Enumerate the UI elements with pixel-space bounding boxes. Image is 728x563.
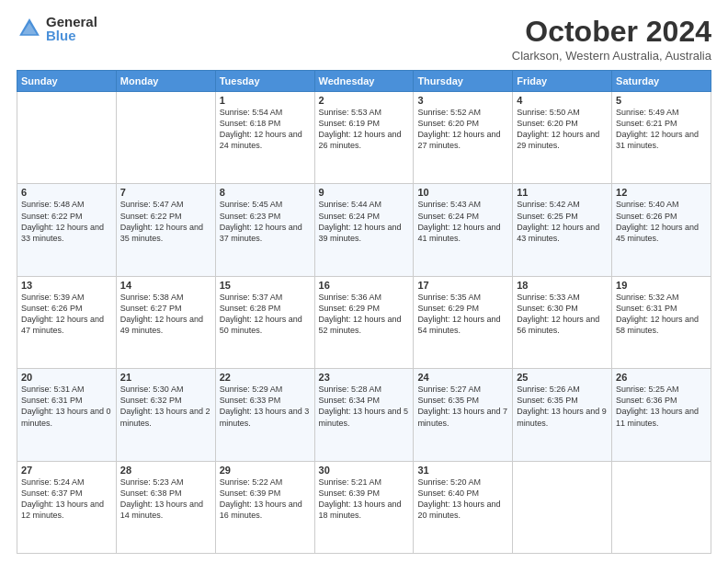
day-info: Sunrise: 5:31 AM Sunset: 6:31 PM Dayligh…: [21, 384, 112, 429]
calendar-cell: 16Sunrise: 5:36 AM Sunset: 6:29 PM Dayli…: [314, 276, 414, 368]
logo-icon: [17, 16, 42, 41]
title-month: October 2024: [512, 15, 711, 49]
calendar-week-row: 27Sunrise: 5:24 AM Sunset: 6:37 PM Dayli…: [17, 461, 711, 553]
day-info: Sunrise: 5:27 AM Sunset: 6:35 PM Dayligh…: [417, 384, 508, 429]
calendar-cell: 26Sunrise: 5:25 AM Sunset: 6:36 PM Dayli…: [612, 369, 711, 461]
calendar-week-row: 13Sunrise: 5:39 AM Sunset: 6:26 PM Dayli…: [17, 276, 711, 368]
day-number: 29: [220, 465, 311, 476]
day-info: Sunrise: 5:39 AM Sunset: 6:26 PM Dayligh…: [21, 292, 112, 337]
day-number: 4: [517, 95, 608, 106]
calendar-day-header: Sunday: [17, 71, 117, 92]
day-info: Sunrise: 5:52 AM Sunset: 6:20 PM Dayligh…: [417, 107, 508, 152]
day-number: 7: [120, 187, 211, 198]
calendar-cell: 7Sunrise: 5:47 AM Sunset: 6:22 PM Daylig…: [116, 184, 215, 276]
calendar-cell: 2Sunrise: 5:53 AM Sunset: 6:19 PM Daylig…: [314, 92, 414, 184]
calendar-cell: 18Sunrise: 5:33 AM Sunset: 6:30 PM Dayli…: [513, 276, 612, 368]
day-info: Sunrise: 5:45 AM Sunset: 6:23 PM Dayligh…: [220, 199, 311, 244]
calendar-cell: [513, 461, 612, 553]
calendar-cell: 24Sunrise: 5:27 AM Sunset: 6:35 PM Dayli…: [414, 369, 513, 461]
day-number: 16: [319, 280, 410, 291]
day-number: 23: [319, 372, 410, 383]
calendar-cell: 17Sunrise: 5:35 AM Sunset: 6:29 PM Dayli…: [414, 276, 513, 368]
day-number: 18: [517, 280, 608, 291]
calendar-day-header: Tuesday: [215, 71, 314, 92]
calendar-cell: 6Sunrise: 5:48 AM Sunset: 6:22 PM Daylig…: [17, 184, 117, 276]
day-number: 6: [21, 187, 112, 198]
calendar-cell: 11Sunrise: 5:42 AM Sunset: 6:25 PM Dayli…: [513, 184, 612, 276]
day-info: Sunrise: 5:40 AM Sunset: 6:26 PM Dayligh…: [616, 199, 707, 244]
calendar-week-row: 1Sunrise: 5:54 AM Sunset: 6:18 PM Daylig…: [17, 92, 711, 184]
logo-text: General Blue: [46, 15, 97, 42]
calendar-cell: 10Sunrise: 5:43 AM Sunset: 6:24 PM Dayli…: [414, 184, 513, 276]
day-number: 30: [319, 465, 410, 476]
calendar-cell: 25Sunrise: 5:26 AM Sunset: 6:35 PM Dayli…: [513, 369, 612, 461]
calendar-cell: 4Sunrise: 5:50 AM Sunset: 6:20 PM Daylig…: [513, 92, 612, 184]
day-number: 2: [319, 95, 410, 106]
calendar-cell: 14Sunrise: 5:38 AM Sunset: 6:27 PM Dayli…: [116, 276, 215, 368]
calendar-table: SundayMondayTuesdayWednesdayThursdayFrid…: [17, 70, 711, 554]
day-info: Sunrise: 5:47 AM Sunset: 6:22 PM Dayligh…: [120, 199, 211, 244]
day-number: 19: [616, 280, 707, 291]
day-info: Sunrise: 5:22 AM Sunset: 6:39 PM Dayligh…: [220, 477, 311, 522]
day-number: 31: [417, 465, 508, 476]
day-info: Sunrise: 5:24 AM Sunset: 6:37 PM Dayligh…: [21, 477, 112, 522]
calendar-cell: 19Sunrise: 5:32 AM Sunset: 6:31 PM Dayli…: [612, 276, 711, 368]
calendar-cell: [17, 92, 117, 184]
day-number: 9: [319, 187, 410, 198]
calendar-cell: 13Sunrise: 5:39 AM Sunset: 6:26 PM Dayli…: [17, 276, 117, 368]
calendar-cell: 30Sunrise: 5:21 AM Sunset: 6:39 PM Dayli…: [314, 461, 414, 553]
day-info: Sunrise: 5:50 AM Sunset: 6:20 PM Dayligh…: [517, 107, 608, 152]
logo: General Blue: [17, 15, 97, 42]
day-number: 25: [517, 372, 608, 383]
day-info: Sunrise: 5:20 AM Sunset: 6:40 PM Dayligh…: [417, 477, 508, 522]
calendar-cell: [116, 92, 215, 184]
day-number: 27: [21, 465, 112, 476]
calendar-week-row: 20Sunrise: 5:31 AM Sunset: 6:31 PM Dayli…: [17, 369, 711, 461]
calendar-day-header: Saturday: [612, 71, 711, 92]
day-number: 21: [120, 372, 211, 383]
day-info: Sunrise: 5:37 AM Sunset: 6:28 PM Dayligh…: [220, 292, 311, 337]
day-number: 3: [417, 95, 508, 106]
day-number: 17: [417, 280, 508, 291]
calendar-cell: 9Sunrise: 5:44 AM Sunset: 6:24 PM Daylig…: [314, 184, 414, 276]
day-info: Sunrise: 5:48 AM Sunset: 6:22 PM Dayligh…: [21, 199, 112, 244]
calendar-cell: 20Sunrise: 5:31 AM Sunset: 6:31 PM Dayli…: [17, 369, 117, 461]
calendar-day-header: Thursday: [414, 71, 513, 92]
calendar-cell: [612, 461, 711, 553]
calendar-cell: 27Sunrise: 5:24 AM Sunset: 6:37 PM Dayli…: [17, 461, 117, 553]
logo-blue: Blue: [46, 29, 97, 42]
calendar-cell: 12Sunrise: 5:40 AM Sunset: 6:26 PM Dayli…: [612, 184, 711, 276]
day-info: Sunrise: 5:33 AM Sunset: 6:30 PM Dayligh…: [517, 292, 608, 337]
day-info: Sunrise: 5:28 AM Sunset: 6:34 PM Dayligh…: [319, 384, 410, 429]
day-info: Sunrise: 5:32 AM Sunset: 6:31 PM Dayligh…: [616, 292, 707, 337]
calendar-cell: 15Sunrise: 5:37 AM Sunset: 6:28 PM Dayli…: [215, 276, 314, 368]
calendar-cell: 1Sunrise: 5:54 AM Sunset: 6:18 PM Daylig…: [215, 92, 314, 184]
day-number: 26: [616, 372, 707, 383]
day-number: 24: [417, 372, 508, 383]
day-number: 8: [220, 187, 311, 198]
calendar-cell: 28Sunrise: 5:23 AM Sunset: 6:38 PM Dayli…: [116, 461, 215, 553]
calendar-day-header: Friday: [513, 71, 612, 92]
calendar-cell: 29Sunrise: 5:22 AM Sunset: 6:39 PM Dayli…: [215, 461, 314, 553]
day-number: 5: [616, 95, 707, 106]
calendar-cell: 5Sunrise: 5:49 AM Sunset: 6:21 PM Daylig…: [612, 92, 711, 184]
day-number: 14: [120, 280, 211, 291]
calendar-day-header: Monday: [116, 71, 215, 92]
day-info: Sunrise: 5:43 AM Sunset: 6:24 PM Dayligh…: [417, 199, 508, 244]
day-number: 10: [417, 187, 508, 198]
day-info: Sunrise: 5:38 AM Sunset: 6:27 PM Dayligh…: [120, 292, 211, 337]
day-info: Sunrise: 5:25 AM Sunset: 6:36 PM Dayligh…: [616, 384, 707, 429]
day-number: 15: [220, 280, 311, 291]
day-info: Sunrise: 5:23 AM Sunset: 6:38 PM Dayligh…: [120, 477, 211, 522]
day-number: 28: [120, 465, 211, 476]
day-info: Sunrise: 5:53 AM Sunset: 6:19 PM Dayligh…: [319, 107, 410, 152]
header: General Blue October 2024 Clarkson, West…: [17, 15, 711, 63]
calendar-cell: 3Sunrise: 5:52 AM Sunset: 6:20 PM Daylig…: [414, 92, 513, 184]
calendar-cell: 21Sunrise: 5:30 AM Sunset: 6:32 PM Dayli…: [116, 369, 215, 461]
day-info: Sunrise: 5:54 AM Sunset: 6:18 PM Dayligh…: [220, 107, 311, 152]
page: General Blue October 2024 Clarkson, West…: [0, 0, 728, 563]
calendar-header-row: SundayMondayTuesdayWednesdayThursdayFrid…: [17, 71, 711, 92]
calendar-day-header: Wednesday: [314, 71, 414, 92]
day-info: Sunrise: 5:21 AM Sunset: 6:39 PM Dayligh…: [319, 477, 410, 522]
day-info: Sunrise: 5:36 AM Sunset: 6:29 PM Dayligh…: [319, 292, 410, 337]
